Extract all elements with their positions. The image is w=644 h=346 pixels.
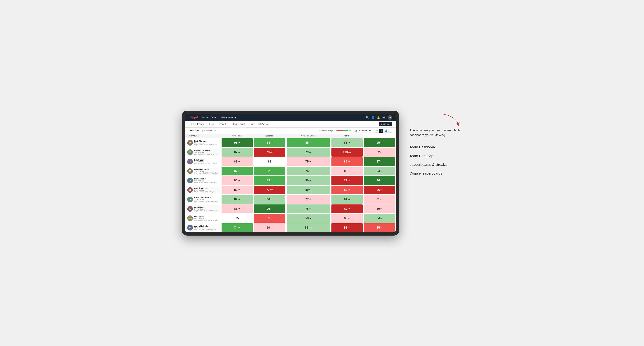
table-row: ANAaron Nicholls11-15 HandicapDrift Golf… xyxy=(185,223,396,232)
table-row: DBDave Billingham1-5 HandicapGog Magog G… xyxy=(185,166,396,176)
table-row: CRChris Robertson ✓1-5 HandicapCraigmill… xyxy=(185,195,396,204)
avatar: DB xyxy=(187,168,193,174)
player-cell[interactable]: MMMatt Miller6-10 HandicapWoburn Golf Cl… xyxy=(186,215,220,222)
table-row: DFDavid Ford ✓Plus HandicapRoyal North D… xyxy=(185,176,396,185)
stat-value: 89 xyxy=(267,179,270,182)
stat-delta: 8▲ xyxy=(270,208,273,209)
col-around-green[interactable]: Around the Green ▾ xyxy=(286,134,331,138)
stat-delta: 9▲ xyxy=(309,152,311,153)
stat-cell: 923▼ xyxy=(363,148,396,157)
stat-value: 94 xyxy=(376,217,380,220)
player-info: Dave Billingham1-5 HandicapGog Magog Gol… xyxy=(194,168,219,174)
stat-delta: 3▼ xyxy=(238,180,240,181)
view-card-btn[interactable]: 👤 xyxy=(384,129,389,133)
tab-pgat-players[interactable]: PGAT Players xyxy=(189,121,207,127)
annotation-panel: This is where you can choose which dashb… xyxy=(410,111,462,178)
table-row: EEElliot Ebert1-5 HandicapSunningdale Go… xyxy=(185,157,396,166)
stat-cell: 8310▼ xyxy=(331,176,363,185)
stat-value: 77 xyxy=(266,188,270,191)
stat-cell: 963▲ xyxy=(363,176,396,185)
stat-value: 58 xyxy=(306,217,309,220)
player-cell[interactable]: EEElliot Ebert1-5 HandicapSunningdale Go… xyxy=(186,158,220,165)
nav-home[interactable]: Home xyxy=(202,116,208,119)
add-team-button[interactable]: Add Team xyxy=(379,122,392,126)
sub-nav: PGAT Players PGA Hcaps 1-5 Team Clippd T… xyxy=(185,121,396,128)
stat-cell: 584▲ xyxy=(286,213,331,223)
nav-teams[interactable]: Teams xyxy=(211,116,217,119)
tab-tour[interactable]: Tour xyxy=(247,121,256,127)
stat-delta: 1▼ xyxy=(270,227,273,228)
annotation-text: This is where you can choose which dashb… xyxy=(410,128,462,138)
annotation-list-item: Team Heatmap xyxy=(410,152,462,160)
stat-cell: 881▼ xyxy=(331,138,363,148)
stat-value: 58 xyxy=(305,226,308,229)
edit-team-icon[interactable]: ✎ xyxy=(214,130,216,132)
player-handicap: 1-5 Handicap xyxy=(194,161,219,163)
player-cell[interactable]: CQCharlie Quick ✓6-10 HandicapSt. George… xyxy=(186,186,220,193)
stat-value: 92 xyxy=(376,151,380,154)
player-club: Sunningdale Golf Club, United Kingdom xyxy=(194,163,219,165)
bell-icon[interactable]: 🔔 xyxy=(377,116,380,119)
stat-delta: 3▼ xyxy=(380,199,382,200)
col-approach[interactable]: Approach ▾ xyxy=(254,134,286,138)
stat-value: 85 xyxy=(376,226,380,229)
col-player-quality[interactable]: Player Quality ▾ xyxy=(185,134,221,138)
stat-delta: 6▼ xyxy=(348,189,350,191)
player-cell[interactable]: DFDavid Ford ✓Plus HandicapRoyal North D… xyxy=(186,177,220,184)
player-handicap: 6-10 Handicap xyxy=(194,189,219,191)
table-header-row: Player Quality ▾ Off the Tee ▾ Approach … xyxy=(185,134,396,138)
bar-pos xyxy=(343,130,348,131)
stat-delta: 11▼ xyxy=(270,152,273,153)
stat-delta: 3▼ xyxy=(309,161,311,162)
player-cell[interactable]: ECEdward Crossman1-5 HandicapSunningdale… xyxy=(186,149,220,156)
stat-delta: 1▲ xyxy=(309,189,311,191)
table-row: ECEdward Crossman1-5 HandicapSunningdale… xyxy=(185,148,396,157)
nav-my-performance[interactable]: My Performance xyxy=(221,116,236,119)
annotation-list-item: Course leaderboards xyxy=(410,169,462,178)
stat-value: 83 xyxy=(234,188,238,191)
verified-icon: ✓ xyxy=(205,178,206,180)
stat-delta: 1▲ xyxy=(238,152,240,153)
player-club: Royal North Devon Golf Club, United King… xyxy=(194,144,219,146)
stat-cell: 613▼ xyxy=(254,213,286,223)
arrow-svg xyxy=(441,112,462,126)
round-change-bar: -5 +5 xyxy=(335,130,351,132)
user-icon[interactable]: 👤 xyxy=(372,116,374,119)
stat-delta: 10▼ xyxy=(348,180,350,181)
tab-pga[interactable]: PGA xyxy=(207,121,216,127)
stat-delta: 10▲ xyxy=(309,227,312,228)
stat-value: 61 xyxy=(267,217,270,220)
view-grid-btn[interactable]: ⊞ xyxy=(375,129,379,133)
player-name: Charlie Quick ✓ xyxy=(194,187,219,189)
view-table-btn[interactable]: ▤ xyxy=(379,129,384,133)
player-info: Josh Coles1-5 HandicapRoyal North Devon … xyxy=(194,206,219,212)
player-cell[interactable]: ANAaron Nicholls11-15 HandicapDrift Golf… xyxy=(186,224,220,231)
player-name: David Ford ✓ xyxy=(194,178,219,180)
player-cell[interactable]: JCJosh Coles1-5 HandicapRoyal North Devo… xyxy=(186,205,220,212)
last-rounds-button[interactable]: 📊 Last Rounds: 20 xyxy=(353,129,372,133)
tab-team-clippd[interactable]: Team Clippd xyxy=(230,121,247,127)
avatar[interactable]: U xyxy=(388,115,392,120)
stat-delta: 15▲ xyxy=(348,152,351,153)
player-cell[interactable]: DBDave Billingham1-5 HandicapGog Magog G… xyxy=(186,168,220,174)
player-info: David Ford ✓Plus HandicapRoyal North Dev… xyxy=(194,178,219,183)
app-logo[interactable]: clippd xyxy=(189,116,198,119)
player-cell[interactable]: BMBlair McHargPlus HandicapRoyal North D… xyxy=(186,139,220,146)
stat-cell: 801▲ xyxy=(286,185,331,195)
stat-cell: 943▲ xyxy=(363,213,396,223)
stat-delta: 4▲ xyxy=(309,218,311,219)
player-cell[interactable]: CRChris Robertson ✓1-5 HandicapCraigmill… xyxy=(186,196,220,203)
last-rounds-icon: 📊 xyxy=(355,130,357,132)
search-icon[interactable]: 🔍 xyxy=(366,116,369,119)
verified-icon: ✓ xyxy=(210,197,211,198)
stat-value: 83 xyxy=(344,188,348,191)
tab-all-players[interactable]: All Players xyxy=(256,121,271,127)
settings-icon[interactable]: ⚙️ xyxy=(382,116,385,119)
player-handicap: Plus Handicap xyxy=(194,142,219,144)
tab-hcaps[interactable]: Hcaps 1-5 xyxy=(216,121,230,127)
stat-delta: 3▼ xyxy=(380,152,382,153)
stat-cell: 854▼ xyxy=(363,223,396,232)
col-off-tee[interactable]: Off the Tee ▾ xyxy=(221,134,254,138)
view-export-btn[interactable]: ↓ xyxy=(389,129,392,133)
col-putting[interactable]: Putting ▾ xyxy=(331,134,363,138)
